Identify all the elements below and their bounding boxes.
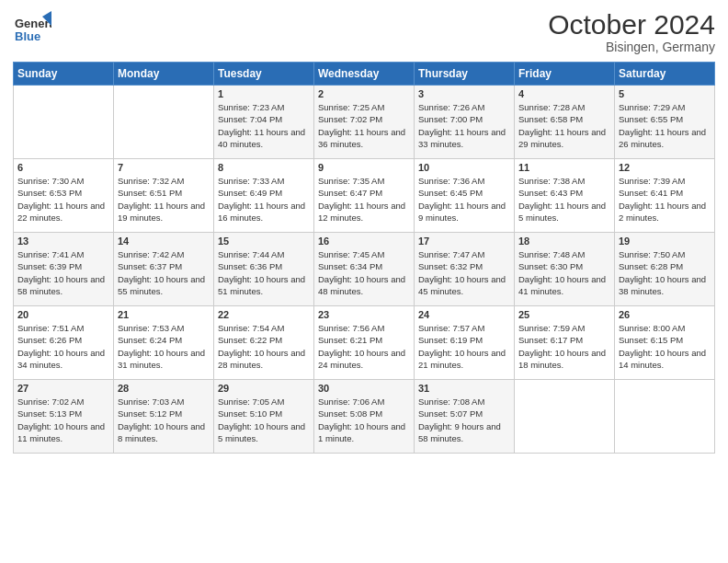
day-info: Sunrise: 7:44 AMSunset: 6:36 PMDaylight:… xyxy=(218,248,310,297)
day-info: Sunrise: 8:00 AMSunset: 6:15 PMDaylight:… xyxy=(619,322,711,371)
day-info: Sunrise: 7:28 AMSunset: 6:58 PMDaylight:… xyxy=(518,101,610,150)
day-number: 1 xyxy=(218,88,310,99)
cell-w1-d7: 5Sunrise: 7:29 AMSunset: 6:55 PMDaylight… xyxy=(615,86,715,159)
cell-w2-d2: 7Sunrise: 7:32 AMSunset: 6:51 PMDaylight… xyxy=(114,159,214,233)
day-info: Sunrise: 7:48 AMSunset: 6:30 PMDaylight:… xyxy=(518,248,610,297)
week-row-5: 27Sunrise: 7:02 AMSunset: 5:13 PMDayligh… xyxy=(14,380,715,454)
day-info: Sunrise: 7:38 AMSunset: 6:43 PMDaylight:… xyxy=(518,175,610,224)
header-row: Sunday Monday Tuesday Wednesday Thursday… xyxy=(14,63,715,86)
cell-w2-d1: 6Sunrise: 7:30 AMSunset: 6:53 PMDaylight… xyxy=(14,159,114,233)
day-number: 9 xyxy=(318,162,410,173)
day-number: 25 xyxy=(518,309,610,320)
day-info: Sunrise: 7:42 AMSunset: 6:37 PMDaylight:… xyxy=(118,248,210,297)
day-number: 29 xyxy=(218,383,310,394)
day-number: 7 xyxy=(118,162,210,173)
day-number: 28 xyxy=(118,383,210,394)
cell-w3-d6: 18Sunrise: 7:48 AMSunset: 6:30 PMDayligh… xyxy=(515,233,615,306)
cell-w4-d3: 22Sunrise: 7:54 AMSunset: 6:22 PMDayligh… xyxy=(214,306,314,380)
col-tuesday: Tuesday xyxy=(214,63,314,86)
day-info: Sunrise: 7:51 AMSunset: 6:26 PMDaylight:… xyxy=(17,322,109,371)
day-info: Sunrise: 7:25 AMSunset: 7:02 PMDaylight:… xyxy=(318,101,410,150)
cell-w3-d4: 16Sunrise: 7:45 AMSunset: 6:34 PMDayligh… xyxy=(314,233,415,306)
day-info: Sunrise: 7:39 AMSunset: 6:41 PMDaylight:… xyxy=(619,175,711,224)
day-info: Sunrise: 7:06 AMSunset: 5:08 PMDaylight:… xyxy=(318,396,410,444)
day-info: Sunrise: 7:33 AMSunset: 6:49 PMDaylight:… xyxy=(218,175,310,224)
day-number: 6 xyxy=(17,162,109,173)
day-number: 31 xyxy=(418,383,510,394)
cell-w4-d5: 24Sunrise: 7:57 AMSunset: 6:19 PMDayligh… xyxy=(415,306,515,380)
day-number: 19 xyxy=(619,236,711,247)
day-number: 18 xyxy=(518,236,610,247)
day-info: Sunrise: 7:59 AMSunset: 6:17 PMDaylight:… xyxy=(518,322,610,371)
day-number: 5 xyxy=(619,88,711,99)
cell-w3-d7: 19Sunrise: 7:50 AMSunset: 6:28 PMDayligh… xyxy=(615,233,715,306)
day-info: Sunrise: 7:54 AMSunset: 6:22 PMDaylight:… xyxy=(218,322,310,371)
cell-w4-d7: 26Sunrise: 8:00 AMSunset: 6:15 PMDayligh… xyxy=(615,306,715,380)
day-number: 10 xyxy=(418,162,510,173)
cell-w3-d2: 14Sunrise: 7:42 AMSunset: 6:37 PMDayligh… xyxy=(114,233,214,306)
day-number: 8 xyxy=(218,162,310,173)
day-info: Sunrise: 7:32 AMSunset: 6:51 PMDaylight:… xyxy=(118,175,210,224)
cell-w3-d5: 17Sunrise: 7:47 AMSunset: 6:32 PMDayligh… xyxy=(415,233,515,306)
cell-w1-d3: 1Sunrise: 7:23 AMSunset: 7:04 PMDaylight… xyxy=(214,86,314,159)
day-number: 2 xyxy=(318,88,410,99)
cell-w2-d7: 12Sunrise: 7:39 AMSunset: 6:41 PMDayligh… xyxy=(615,159,715,233)
logo: General Blue xyxy=(13,9,51,48)
cell-w5-d1: 27Sunrise: 7:02 AMSunset: 5:13 PMDayligh… xyxy=(14,380,114,454)
cell-w2-d6: 11Sunrise: 7:38 AMSunset: 6:43 PMDayligh… xyxy=(515,159,615,233)
cell-w4-d4: 23Sunrise: 7:56 AMSunset: 6:21 PMDayligh… xyxy=(314,306,415,380)
cell-w5-d2: 28Sunrise: 7:03 AMSunset: 5:12 PMDayligh… xyxy=(114,380,214,454)
col-friday: Friday xyxy=(515,63,615,86)
calendar-table: Sunday Monday Tuesday Wednesday Thursday… xyxy=(13,62,715,454)
cell-w2-d3: 8Sunrise: 7:33 AMSunset: 6:49 PMDaylight… xyxy=(214,159,314,233)
day-number: 15 xyxy=(218,236,310,247)
week-row-3: 13Sunrise: 7:41 AMSunset: 6:39 PMDayligh… xyxy=(14,233,715,306)
day-number: 26 xyxy=(619,309,711,320)
day-info: Sunrise: 7:29 AMSunset: 6:55 PMDaylight:… xyxy=(619,101,711,150)
logo-icon: General Blue xyxy=(13,9,51,48)
cell-w5-d5: 31Sunrise: 7:08 AMSunset: 5:07 PMDayligh… xyxy=(415,380,515,454)
col-wednesday: Wednesday xyxy=(314,63,415,86)
day-info: Sunrise: 7:45 AMSunset: 6:34 PMDaylight:… xyxy=(318,248,410,297)
day-info: Sunrise: 7:56 AMSunset: 6:21 PMDaylight:… xyxy=(318,322,410,371)
col-monday: Monday xyxy=(114,63,214,86)
week-row-2: 6Sunrise: 7:30 AMSunset: 6:53 PMDaylight… xyxy=(14,159,715,233)
day-info: Sunrise: 7:35 AMSunset: 6:47 PMDaylight:… xyxy=(318,175,410,224)
day-info: Sunrise: 7:23 AMSunset: 7:04 PMDaylight:… xyxy=(218,101,310,150)
day-number: 21 xyxy=(118,309,210,320)
day-number: 16 xyxy=(318,236,410,247)
day-info: Sunrise: 7:03 AMSunset: 5:12 PMDaylight:… xyxy=(118,396,210,444)
day-info: Sunrise: 7:26 AMSunset: 7:00 PMDaylight:… xyxy=(418,101,510,150)
day-number: 3 xyxy=(418,88,510,99)
day-info: Sunrise: 7:05 AMSunset: 5:10 PMDaylight:… xyxy=(218,396,310,444)
cell-w5-d4: 30Sunrise: 7:06 AMSunset: 5:08 PMDayligh… xyxy=(314,380,415,454)
col-sunday: Sunday xyxy=(14,63,114,86)
cell-w1-d5: 3Sunrise: 7:26 AMSunset: 7:00 PMDaylight… xyxy=(415,86,515,159)
location: Bisingen, Germany xyxy=(548,40,715,54)
day-number: 17 xyxy=(418,236,510,247)
day-number: 30 xyxy=(318,383,410,394)
day-number: 24 xyxy=(418,309,510,320)
cell-w3-d1: 13Sunrise: 7:41 AMSunset: 6:39 PMDayligh… xyxy=(14,233,114,306)
cell-w1-d6: 4Sunrise: 7:28 AMSunset: 6:58 PMDaylight… xyxy=(515,86,615,159)
day-info: Sunrise: 7:41 AMSunset: 6:39 PMDaylight:… xyxy=(17,248,109,297)
day-number: 13 xyxy=(17,236,109,247)
svg-text:Blue: Blue xyxy=(15,29,40,43)
cell-w4-d6: 25Sunrise: 7:59 AMSunset: 6:17 PMDayligh… xyxy=(515,306,615,380)
day-info: Sunrise: 7:53 AMSunset: 6:24 PMDaylight:… xyxy=(118,322,210,371)
cell-w5-d6 xyxy=(515,380,615,454)
cell-w5-d7 xyxy=(615,380,715,454)
day-info: Sunrise: 7:02 AMSunset: 5:13 PMDaylight:… xyxy=(17,396,109,444)
day-number: 4 xyxy=(518,88,610,99)
col-saturday: Saturday xyxy=(615,63,715,86)
calendar-page: General Blue October 2024 Bisingen, Germ… xyxy=(0,0,728,563)
week-row-1: 1Sunrise: 7:23 AMSunset: 7:04 PMDaylight… xyxy=(14,86,715,159)
day-number: 14 xyxy=(118,236,210,247)
cell-w4-d2: 21Sunrise: 7:53 AMSunset: 6:24 PMDayligh… xyxy=(114,306,214,380)
day-number: 22 xyxy=(218,309,310,320)
day-info: Sunrise: 7:57 AMSunset: 6:19 PMDaylight:… xyxy=(418,322,510,371)
week-row-4: 20Sunrise: 7:51 AMSunset: 6:26 PMDayligh… xyxy=(14,306,715,380)
day-info: Sunrise: 7:47 AMSunset: 6:32 PMDaylight:… xyxy=(418,248,510,297)
month-title: October 2024 xyxy=(548,9,715,40)
header: General Blue October 2024 Bisingen, Germ… xyxy=(13,9,715,54)
